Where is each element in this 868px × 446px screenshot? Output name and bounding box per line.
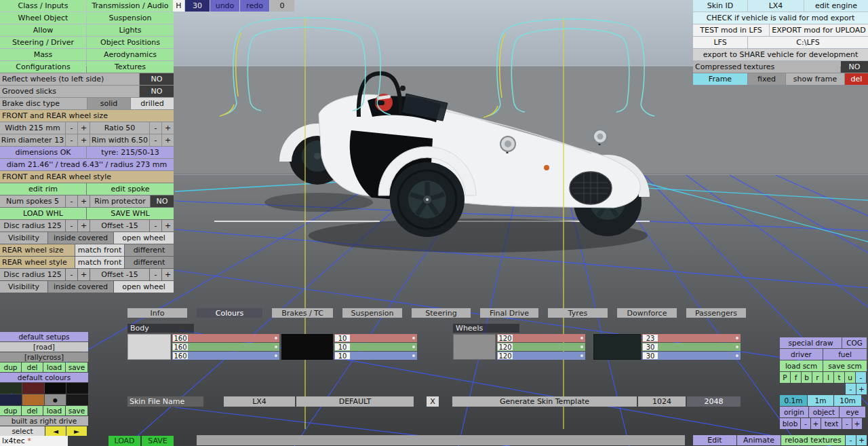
- frame-fixed-option[interactable]: fixed: [748, 73, 785, 85]
- redo-button[interactable]: redo: [240, 0, 269, 12]
- zoom-out-button[interactable]: -: [846, 384, 856, 394]
- reflect-wheels-label[interactable]: Reflect wheels (to left side): [0, 73, 139, 85]
- compressed-textures-label[interactable]: Compressed textures: [693, 61, 840, 73]
- rim-width-value[interactable]: Rim width 6.50: [90, 134, 149, 146]
- test-mod-button[interactable]: TEST mod in LFS: [693, 24, 769, 36]
- menu-configurations[interactable]: Configurations: [0, 61, 86, 73]
- default-colours-header[interactable]: default colours: [0, 373, 88, 382]
- colour-del-button[interactable]: del: [22, 406, 43, 415]
- built-right-drive-toggle[interactable]: built as right drive: [0, 416, 88, 426]
- select-button[interactable]: select: [0, 426, 45, 436]
- menu-allow[interactable]: Allow: [0, 24, 86, 36]
- slider-handle[interactable]: [580, 337, 583, 339]
- blob-minus-button[interactable]: -: [801, 418, 810, 429]
- ratio-plus-button[interactable]: +: [162, 122, 174, 134]
- skin-car-value[interactable]: LX4: [224, 396, 295, 407]
- green-slider[interactable]: 160: [172, 343, 279, 351]
- view-top-button[interactable]: t: [834, 372, 844, 383]
- frame-delete-button[interactable]: del: [845, 73, 868, 85]
- num-spokes-plus-button[interactable]: +: [78, 196, 90, 207]
- rear-open-wheel-option[interactable]: open wheel: [114, 281, 174, 293]
- rear-disc-radius-plus-button[interactable]: +: [78, 269, 90, 280]
- frame-button[interactable]: Frame: [693, 73, 747, 85]
- colour-swatch[interactable]: [22, 383, 44, 394]
- blob-plus-button[interactable]: +: [811, 418, 821, 429]
- export-mod-button[interactable]: EXPORT mod for UPLOAD: [770, 24, 868, 36]
- slider-handle[interactable]: [275, 337, 277, 339]
- grid-1m-option[interactable]: 1m: [808, 395, 833, 406]
- edit-spoke-button[interactable]: edit spoke: [87, 183, 174, 195]
- green-slider[interactable]: 120: [497, 343, 585, 351]
- vehicle-save-button[interactable]: SAVE: [142, 436, 174, 446]
- red-slider[interactable]: 120: [497, 334, 585, 342]
- reflect-wheels-value[interactable]: NO: [140, 73, 174, 85]
- blue-slider[interactable]: 30: [642, 352, 741, 360]
- slider-handle[interactable]: [580, 354, 583, 357]
- rim-diameter-minus-button[interactable]: -: [66, 134, 77, 146]
- menu-transmission-audio[interactable]: Transmission / Audio: [87, 0, 174, 12]
- text-plus-button[interactable]: +: [852, 418, 862, 429]
- fuel-button[interactable]: fuel: [823, 349, 867, 360]
- select-next-button[interactable]: ►: [66, 426, 87, 436]
- rim-diameter-plus-button[interactable]: +: [78, 134, 90, 146]
- green-slider[interactable]: 10: [334, 343, 417, 351]
- slider-handle[interactable]: [412, 354, 415, 357]
- rear-style-match-front-option[interactable]: match front: [75, 257, 124, 268]
- setup-dup-button[interactable]: dup: [0, 363, 21, 372]
- rear-style-different-option[interactable]: different: [125, 257, 174, 268]
- grid-0-1m-option[interactable]: 0.1m: [780, 395, 807, 406]
- tab-steering[interactable]: Steering: [412, 308, 471, 318]
- tab-suspension[interactable]: Suspension: [342, 308, 402, 318]
- menu-steering-driver[interactable]: Steering / Driver: [0, 37, 86, 48]
- menu-lights[interactable]: Lights: [87, 24, 174, 36]
- view-front-button[interactable]: f: [791, 372, 801, 383]
- undo-button[interactable]: undo: [210, 0, 239, 12]
- menu-suspension[interactable]: Suspension: [87, 12, 174, 24]
- front-offset-plus-button[interactable]: +: [162, 220, 174, 231]
- load-whl-button[interactable]: LOAD WHL: [0, 208, 86, 219]
- tab-final-drive[interactable]: Final Drive: [480, 308, 538, 318]
- num-spokes-minus-button[interactable]: -: [66, 196, 77, 207]
- slider-handle[interactable]: [275, 346, 277, 348]
- setup-del-button[interactable]: del: [22, 363, 43, 372]
- colour-swatch[interactable]: [0, 383, 22, 394]
- wheels-colour-2-swatch[interactable]: [593, 334, 641, 360]
- grid-10m-option[interactable]: 10m: [834, 395, 861, 406]
- slider-handle[interactable]: [412, 337, 415, 339]
- body-colour-1-swatch[interactable]: [127, 334, 171, 360]
- menu-textures[interactable]: Textures: [87, 61, 174, 73]
- show-frame-button[interactable]: show frame: [786, 73, 844, 85]
- colour-save-button[interactable]: save: [66, 406, 87, 415]
- tab-info[interactable]: Info: [127, 308, 187, 318]
- colour-swatch[interactable]: [45, 383, 66, 394]
- texture-minus-button[interactable]: -: [846, 435, 856, 445]
- default-setups-header[interactable]: default setups: [0, 332, 88, 341]
- front-disc-radius-plus-button[interactable]: +: [78, 220, 90, 231]
- front-offset-minus-button[interactable]: -: [150, 220, 161, 231]
- skin-res-2048-option[interactable]: 2048: [687, 396, 741, 407]
- select-prev-button[interactable]: ◄: [45, 426, 66, 436]
- front-disc-radius-value[interactable]: Disc radius 125: [0, 220, 65, 231]
- setup-load-button[interactable]: load: [43, 363, 65, 372]
- front-offset-value[interactable]: Offset -15: [90, 220, 149, 231]
- rear-size-different-option[interactable]: different: [125, 244, 174, 256]
- slider-handle[interactable]: [736, 337, 738, 339]
- tab-downforce[interactable]: Downforce: [617, 308, 677, 318]
- slider-handle[interactable]: [736, 346, 738, 348]
- ratio-minus-button[interactable]: -: [150, 122, 161, 134]
- cog-button[interactable]: COG: [842, 337, 867, 348]
- blue-slider[interactable]: 160: [172, 352, 279, 360]
- front-open-wheel-option[interactable]: open wheel: [114, 232, 174, 244]
- rear-inside-covered-option[interactable]: inside covered: [48, 281, 113, 293]
- rim-width-minus-button[interactable]: -: [150, 134, 161, 146]
- vehicle-load-button[interactable]: LOAD: [108, 436, 140, 446]
- reload-textures-button[interactable]: reload textures: [781, 435, 845, 445]
- red-slider[interactable]: 23: [642, 334, 741, 342]
- width-value[interactable]: Width 215 mm: [0, 122, 65, 134]
- view-right-button[interactable]: r: [812, 372, 823, 383]
- blob-label[interactable]: blob: [780, 418, 800, 429]
- skin-file-value[interactable]: DEFAULT: [296, 396, 414, 407]
- menu-class-inputs[interactable]: Class / Inputs: [0, 0, 86, 12]
- skin-id-value[interactable]: LX4: [748, 0, 804, 12]
- centre-eye-option[interactable]: eye: [840, 407, 865, 417]
